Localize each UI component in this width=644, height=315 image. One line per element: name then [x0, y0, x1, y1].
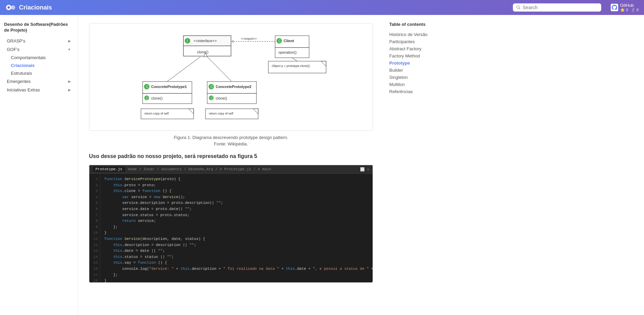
code-block: Prototype.js Home / Ionar / Documents / …: [89, 165, 373, 283]
svg-text:operation(): operation(): [279, 50, 297, 54]
usage-heading: Uso desse padrão no nosso projeto, será …: [89, 153, 373, 159]
svg-text:return copy of self: return copy of self: [209, 112, 233, 115]
figure-source: Fonte: Wikipédia.: [89, 141, 373, 146]
toc-item-abstract-factory[interactable]: Abstract Factory: [389, 45, 446, 52]
svg-point-1: [11, 5, 15, 10]
toc-item-factory-method[interactable]: Factory Method: [389, 52, 446, 59]
toc-item-historico[interactable]: Histórico de Versão: [389, 31, 446, 38]
logo-area: Criacionais: [5, 3, 52, 12]
svg-text:Object p = prototype.clone();: Object p = prototype.clone();: [272, 64, 310, 68]
sidebar-item-estruturais[interactable]: Estruturais: [4, 69, 74, 77]
svg-text:<<import>>: <<import>>: [241, 37, 257, 40]
chevron-right-icon-3: ▶: [68, 88, 71, 92]
github-info: GitHub ⭐ 3 🍴 0: [620, 3, 639, 12]
line-numbers: 1234567891011121314151617181920212223242…: [89, 174, 100, 282]
toc-panel: Table of contents Histórico de Versão Pa…: [384, 15, 452, 315]
svg-line-24: [292, 58, 297, 61]
svg-text:clone(): clone(): [151, 96, 163, 100]
code-breadcrumb: Home / Ionar / Documents / Desenho_Arq /…: [128, 167, 271, 171]
svg-text:C: C: [211, 85, 213, 89]
svg-text:C: C: [279, 39, 281, 43]
github-label: GitHub: [620, 3, 639, 8]
sidebar-item-label-iniciativas: Iniciativas Extras: [7, 87, 40, 92]
toc-item-participantes[interactable]: Participantes: [389, 38, 446, 45]
sidebar: Desenho de Software(Padrões de Projeto) …: [0, 15, 78, 315]
svg-text:return copy of self: return copy of self: [144, 112, 169, 115]
code-lines: function ServicePrototype(proto) { this.…: [100, 174, 373, 282]
svg-rect-40: [207, 93, 256, 104]
site-title: Criacionais: [19, 4, 52, 11]
toc-item-singleton[interactable]: Singleton: [389, 74, 446, 81]
svg-text:ConcretePrototype2: ConcretePrototype2: [216, 85, 251, 89]
code-titlebar: Prototype.js Home / Ionar / Documents / …: [89, 165, 373, 174]
top-navbar: Criacionais GitHub ⭐ 3 🍴 0: [0, 0, 644, 15]
sidebar-item-label-gofs: GOF's: [7, 47, 19, 52]
toc-title: Table of contents: [389, 22, 446, 27]
svg-text:clone(): clone(): [216, 96, 227, 100]
toc-item-prototype[interactable]: Prototype: [389, 59, 446, 67]
svg-line-4: [519, 8, 520, 9]
search-box[interactable]: [513, 3, 601, 12]
code-tab[interactable]: Prototype.js: [93, 167, 125, 172]
svg-text:ConcretePrototype1: ConcretePrototype1: [151, 85, 187, 89]
svg-line-48: [207, 57, 232, 82]
search-icon: [516, 5, 521, 10]
svg-point-2: [7, 6, 10, 8]
svg-text:Client: Client: [284, 39, 294, 43]
main-content: I <<interface>> Prototype clone() C Clie…: [78, 15, 384, 315]
github-stars: ⭐ 3: [620, 8, 628, 12]
svg-text:C: C: [211, 97, 213, 100]
toc-item-builder[interactable]: Builder: [389, 67, 446, 74]
sidebar-item-criacionais[interactable]: Criacionais: [4, 62, 74, 69]
github-icon: [611, 4, 618, 11]
sidebar-item-label-emergentes: Emergentes: [7, 79, 31, 84]
toc-item-referencias[interactable]: Referências: [389, 88, 446, 95]
sidebar-section-title: Desenho de Software(Padrões de Projeto): [4, 22, 74, 33]
figure-caption: Figura 1: Diagrama descrevendo prototype…: [89, 135, 373, 140]
chevron-down-icon: ▼: [68, 48, 71, 51]
toc-item-multiton[interactable]: Multiton: [389, 81, 446, 88]
svg-text:<<interface>>: <<interface>>: [194, 39, 217, 43]
sidebar-item-iniciativas[interactable]: Iniciativas Extras ▶: [4, 86, 74, 94]
logo-icon: [5, 3, 16, 12]
sidebar-item-grasps[interactable]: GRASP's ▶: [4, 37, 74, 45]
uml-diagram: I <<interface>> Prototype clone() C Clie…: [126, 29, 336, 124]
svg-text:C: C: [146, 97, 148, 100]
search-input[interactable]: [523, 5, 598, 10]
sidebar-item-label-grasps: GRASP's: [7, 38, 25, 43]
sidebar-item-emergentes[interactable]: Emergentes ▶: [4, 77, 74, 86]
svg-text:clone(): clone(): [197, 50, 209, 54]
svg-line-47: [167, 57, 200, 82]
svg-text:C: C: [146, 85, 148, 89]
github-area[interactable]: GitHub ⭐ 3 🍴 0: [611, 3, 639, 12]
code-controls: ⬜ ✕: [360, 167, 369, 172]
chevron-right-icon-2: ▶: [68, 80, 71, 83]
svg-rect-29: [143, 93, 192, 104]
chevron-right-icon: ▶: [68, 39, 71, 43]
github-forks: 🍴 0: [631, 8, 639, 12]
sidebar-item-comportamentais[interactable]: Comportamentais: [4, 54, 74, 62]
sidebar-item-gofs[interactable]: GOF's ▼: [4, 45, 74, 54]
page-layout: Desenho de Software(Padrões de Projeto) …: [0, 15, 644, 315]
code-body: 1234567891011121314151617181920212223242…: [89, 174, 373, 282]
svg-text:I: I: [187, 39, 188, 43]
diagram-container: I <<interface>> Prototype clone() C Clie…: [89, 23, 373, 131]
